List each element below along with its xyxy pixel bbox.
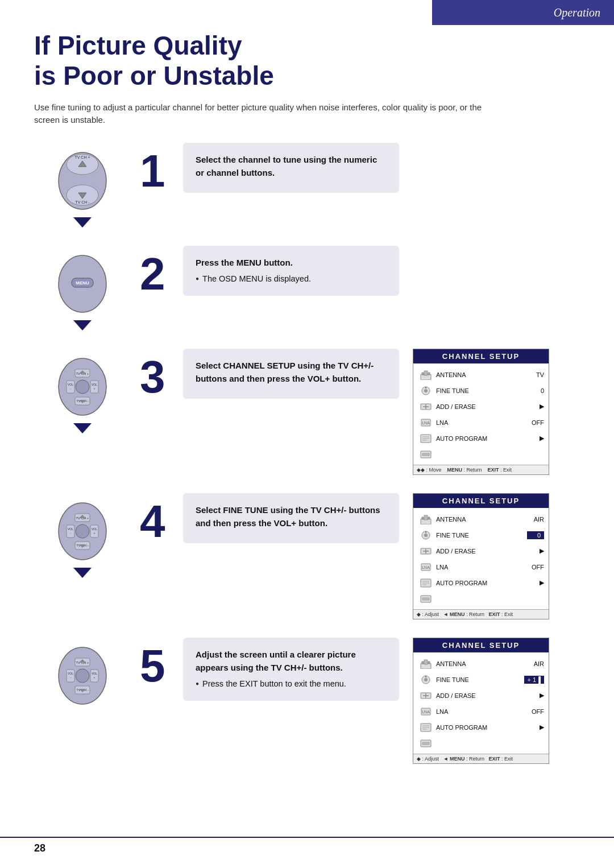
finetune-icon-4 xyxy=(418,529,434,542)
autoprog-icon-5 xyxy=(418,721,434,734)
svg-rect-26 xyxy=(424,371,428,375)
ch3-finetune-value: 0 xyxy=(527,387,544,394)
ch3-row-finetune: FINE TUNE 0 xyxy=(418,383,544,399)
autoprog-icon-4 xyxy=(418,577,434,589)
svg-rect-59 xyxy=(422,517,424,519)
svg-point-53 xyxy=(76,524,89,538)
adderase-icon-3 xyxy=(418,400,434,413)
svg-text:VOL: VOL xyxy=(68,383,73,386)
step-5-instruction: Adjust the screen until a clearer pictur… xyxy=(183,638,399,701)
ch5-finetune-value: + 1▐ xyxy=(524,676,544,684)
svg-rect-42 xyxy=(422,453,429,456)
page-number: 28 xyxy=(34,842,45,854)
step-2-left: MENU xyxy=(34,246,131,330)
intro-text: Use fine tuning to adjust a particular c… xyxy=(34,101,500,127)
extra-icon-5 xyxy=(418,737,434,750)
finetune-icon-5 xyxy=(418,673,434,686)
ch4-antenna-value: AIR xyxy=(527,516,544,523)
step-2-row: MENU 2 Press the MENU button. The OSD ME… xyxy=(34,246,580,330)
ch3-adderase-label: ADD / ERASE xyxy=(436,403,525,410)
step-1-number: 1 xyxy=(140,143,174,194)
svg-text:MENU: MENU xyxy=(76,280,89,286)
ch3-finetune-label: FINE TUNE xyxy=(436,387,525,394)
svg-text:VOL: VOL xyxy=(92,383,97,386)
svg-text:LNA: LNA xyxy=(422,710,430,714)
ch5-footer-text: ◆ : Adjust ◄ MENU : Return EXIT : Exit xyxy=(417,756,513,762)
step-3-arrow xyxy=(73,423,92,433)
step-4-number: 4 xyxy=(140,493,174,544)
step-5-number: 5 xyxy=(140,638,174,689)
antenna-icon-5 xyxy=(418,658,434,670)
svg-text:VOL: VOL xyxy=(68,527,73,531)
lna-icon-5: LNA xyxy=(418,705,434,718)
channel-box-3-footer: ◆◆ : Move MENU : Return EXIT : Exit xyxy=(413,465,549,474)
channel-box-3-title: CHANNEL SETUP xyxy=(413,349,549,363)
svg-text:VOL: VOL xyxy=(92,527,97,531)
svg-text:VOL: VOL xyxy=(92,672,97,675)
channel-box-5-footer: ◆ : Adjust ◄ MENU : Return EXIT : Exit xyxy=(413,754,549,763)
ch4-row-extra xyxy=(418,591,544,607)
step-1-remote: TV CH + TV CH - xyxy=(34,143,131,228)
lna-icon-4: LNA xyxy=(418,561,434,573)
svg-point-94 xyxy=(424,678,428,681)
step-3-number: 3 xyxy=(140,349,174,400)
ch3-row-extra xyxy=(418,447,544,462)
step-3-instruction: Select CHANNEL SETUP using the TV CH+/- … xyxy=(183,349,399,399)
svg-rect-91 xyxy=(422,662,424,664)
step-5-left: TV CH + VOL - VOL + TV CH - xyxy=(34,638,131,709)
svg-point-62 xyxy=(424,534,428,537)
ch5-lna-value: OFF xyxy=(527,708,544,715)
step-4-left: TV CH + VOL - VOL + TV CH - xyxy=(34,493,131,578)
channel-box-4-footer: ◆ : Adjust ◄ MENU : Return EXIT : Exit xyxy=(413,609,549,619)
step-4-remote: TV CH + VOL - VOL + TV CH - xyxy=(34,493,131,578)
step-2-number: 2 xyxy=(140,246,174,297)
ch4-antenna-label: ANTENNA xyxy=(436,516,525,523)
steps-container: TV CH + TV CH - 1 Select the channel to … xyxy=(0,127,614,805)
ch3-antenna-label: ANTENNA xyxy=(436,371,525,378)
ch3-antenna-value: TV xyxy=(527,371,544,378)
ch4-row-antenna: ANTENNA AIR xyxy=(418,511,544,527)
ch5-row-autoprog: AUTO PROGRAM ▶ xyxy=(418,720,544,735)
svg-point-85 xyxy=(76,669,89,683)
autoprog-icon-3 xyxy=(418,432,434,445)
channel-box-4-body: ANTENNA AIR FINE TUNE 0 ADD / ERASE ▶ xyxy=(413,508,549,609)
ch4-lna-label: LNA xyxy=(436,564,525,571)
ch5-row-antenna: ANTENNA AIR xyxy=(418,656,544,672)
ch5-antenna-label: ANTENNA xyxy=(436,660,525,667)
antenna-icon-4 xyxy=(418,513,434,526)
step-5-row: TV CH + VOL - VOL + TV CH - 5 Adjust th xyxy=(34,638,580,764)
svg-text:TV CH -: TV CH - xyxy=(75,200,90,204)
step-2-remote: MENU xyxy=(34,246,131,330)
ch4-adderase-value: ▶ xyxy=(527,547,544,555)
ch3-autoprog-label: AUTO PROGRAM xyxy=(436,435,525,442)
ch3-row-autoprog: AUTO PROGRAM ▶ xyxy=(418,431,544,447)
adderase-icon-5 xyxy=(418,689,434,702)
channel-box-4: CHANNEL SETUP ANTENNA AIR FINE TUNE 0 xyxy=(413,493,549,619)
channel-box-3-body: ANTENNA TV FINE TUNE 0 ADD / ERASE xyxy=(413,363,549,465)
channel-box-4-title: CHANNEL SETUP xyxy=(413,494,549,508)
step-4-arrow xyxy=(73,568,92,578)
step-2-instruction: Press the MENU button. The OSD MENU is d… xyxy=(183,246,399,296)
step-2-bullet: The OSD MENU is displayed. xyxy=(196,272,387,285)
channel-box-3: CHANNEL SETUP ANTENNA TV FINE TUNE 0 xyxy=(413,349,549,475)
ch3-adderase-value: ▶ xyxy=(527,403,544,410)
step-1-row: TV CH + TV CH - 1 Select the channel to … xyxy=(34,143,580,228)
remote-icon-1: TV CH + TV CH - xyxy=(54,148,111,214)
step-5-remote: TV CH + VOL - VOL + TV CH - xyxy=(34,638,131,709)
step-1-left: TV CH + TV CH - xyxy=(34,143,131,228)
ch4-finetune-label: FINE TUNE xyxy=(436,532,525,539)
ch3-autoprog-value: ▶ xyxy=(527,435,544,442)
svg-text:+: + xyxy=(94,531,96,535)
extra-icon-3 xyxy=(418,448,434,461)
step-3-left: TV CH + VOL - VOL + TV CH - xyxy=(34,349,131,433)
svg-rect-28 xyxy=(428,373,430,375)
ch3-row-antenna: ANTENNA TV xyxy=(418,367,544,383)
ch4-row-lna: LNA LNA OFF xyxy=(418,559,544,575)
ch5-row-extra xyxy=(418,735,544,751)
svg-rect-74 xyxy=(422,598,429,600)
channel-box-5: CHANNEL SETUP ANTENNA AIR FINE TUNE + 1▐ xyxy=(413,638,549,764)
ch4-row-adderase: ADD / ERASE ▶ xyxy=(418,543,544,559)
ch5-adderase-label: ADD / ERASE xyxy=(436,692,525,699)
step-4-row: TV CH + VOL - VOL + TV CH - 4 Select FI xyxy=(34,493,580,619)
svg-text:LNA: LNA xyxy=(422,421,430,425)
